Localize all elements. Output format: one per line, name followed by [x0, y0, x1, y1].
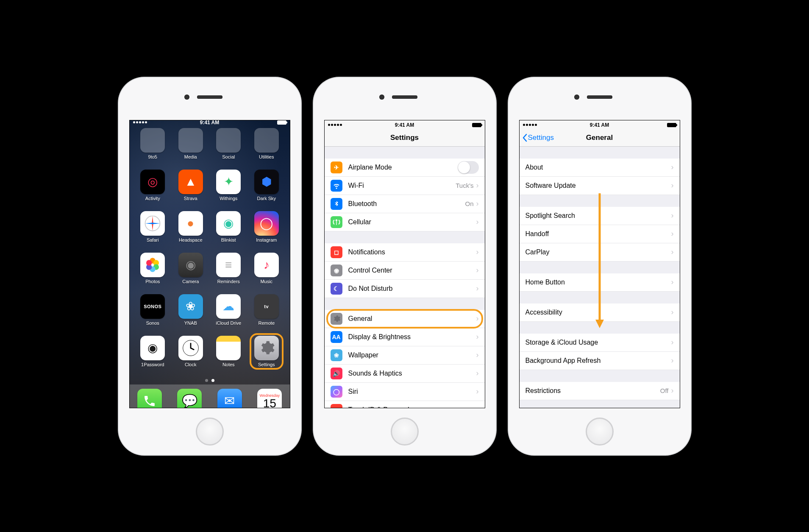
app-label: Activity	[145, 196, 160, 201]
settings-row-control-center[interactable]: ◉Control Center›	[325, 262, 485, 280]
section-gap	[520, 147, 680, 159]
general-row-about[interactable]: About›	[520, 159, 680, 177]
row-label: Cellular	[348, 218, 476, 226]
app-utilities[interactable]: Utilities	[247, 128, 286, 170]
settings-row-notifications[interactable]: ◻Notifications›	[325, 243, 485, 262]
app-photos[interactable]: Photos	[134, 253, 172, 294]
row-label: Display & Brightness	[348, 333, 476, 341]
app-1password[interactable]: ◉1Password	[134, 336, 172, 377]
app-blinkist[interactable]: ◉Blinkist	[210, 211, 248, 253]
chevron-right-icon: ›	[671, 278, 674, 287]
settings-row-airplane-mode[interactable]: ✈Airplane Mode	[325, 159, 485, 177]
app-withings[interactable]: ✦Withings	[210, 170, 248, 211]
remote-icon: tv	[254, 294, 279, 319]
status-time: 9:41 AM	[200, 120, 220, 125]
settings-row-siri[interactable]: ◯Siri›	[325, 383, 485, 401]
dark-sky-icon: ⬢	[254, 170, 279, 194]
general-row-home-button[interactable]: Home Button›	[520, 273, 680, 292]
wallpaper-icon: ❀	[331, 349, 342, 361]
app-music[interactable]: ♪Music	[247, 253, 286, 294]
row-label: About	[525, 164, 671, 171]
settings-row-bluetooth[interactable]: BluetoothOn›	[325, 195, 485, 213]
general-row-carplay[interactable]: CarPlay›	[520, 243, 680, 262]
page-indicator[interactable]	[130, 377, 290, 384]
app-settings[interactable]: Settings	[247, 336, 286, 377]
status-time: 9:41 AM	[395, 122, 414, 128]
do-not-disturb-icon: ☾	[331, 283, 342, 295]
row-label: Airplane Mode	[348, 164, 458, 171]
app-reminders[interactable]: ≡Reminders	[210, 253, 248, 294]
row-value: Tuck's	[456, 182, 473, 189]
row-label: Software Update	[525, 182, 671, 189]
app-safari[interactable]: Safari	[134, 211, 172, 253]
settings-row-display-brightness[interactable]: AADisplay & Brightness›	[325, 328, 485, 346]
settings-list[interactable]: ✈Airplane ModeWi-FiTuck's›BluetoothOn›Ce…	[325, 147, 485, 408]
settings-row-general[interactable]: General›	[325, 310, 485, 328]
app-sonos[interactable]: SONOSSonos	[134, 294, 172, 336]
app-dark-sky[interactable]: ⬢Dark Sky	[247, 170, 286, 211]
home-button[interactable]	[391, 418, 419, 446]
back-button[interactable]: Settings	[522, 130, 554, 146]
app-label: Dark Sky	[257, 196, 276, 201]
general-row-storage-icloud-usage[interactable]: Storage & iCloud Usage›	[520, 334, 680, 352]
settings-row-wi-fi[interactable]: Wi-FiTuck's›	[325, 177, 485, 195]
app-instagram[interactable]: ◯Instagram	[247, 211, 286, 253]
settings-row-sounds-haptics[interactable]: 🔊Sounds & Haptics›	[325, 365, 485, 383]
general-list[interactable]: About›Software Update›Spotlight Search›H…	[520, 147, 680, 408]
dock-app-calendar[interactable]: Wednesday15Calendar	[250, 389, 290, 408]
phone-icon	[137, 389, 162, 408]
settings-row-touch-id-passcode[interactable]: Touch ID & Passcode›	[325, 401, 485, 408]
app-ynab[interactable]: ❀YNAB	[172, 294, 210, 336]
battery-icon	[667, 123, 676, 127]
app-9to5[interactable]: 9to5	[134, 128, 172, 170]
general-row-spotlight-search[interactable]: Spotlight Search›	[520, 207, 680, 225]
nav-title: General	[586, 134, 613, 142]
activity-icon: ◎	[140, 170, 165, 194]
status-time: 9:41 AM	[590, 122, 609, 128]
app-camera[interactable]: ◉Camera	[172, 253, 210, 294]
chevron-right-icon: ›	[476, 369, 479, 378]
section-gap	[325, 147, 485, 159]
home-screen[interactable]: 9:41 AM 9to5MediaSocialUtilities◎Activit…	[130, 120, 290, 408]
social-icon	[216, 128, 241, 153]
home-button[interactable]	[196, 418, 224, 446]
chevron-right-icon: ›	[476, 248, 479, 256]
toggle[interactable]	[458, 161, 479, 174]
row-label: Home Button	[525, 279, 671, 286]
general-row-background-app-refresh[interactable]: Background App Refresh›	[520, 352, 680, 370]
phone-screen-1: 9:41 AM 9to5MediaSocialUtilities◎Activit…	[129, 120, 290, 408]
app-media[interactable]: Media	[172, 128, 210, 170]
app-strava[interactable]: ▲Strava	[172, 170, 210, 211]
display-brightness-icon: AA	[331, 331, 342, 343]
row-label: Sounds & Haptics	[348, 370, 476, 377]
app-remote[interactable]: tvRemote	[247, 294, 286, 336]
settings-row-wallpaper[interactable]: ❀Wallpaper›	[325, 346, 485, 365]
app-icloud-drive[interactable]: ☁iCloud Drive	[210, 294, 248, 336]
home-button[interactable]	[586, 418, 614, 446]
row-label: General	[348, 315, 476, 323]
row-value: Off	[660, 387, 669, 394]
app-clock[interactable]: Clock	[172, 336, 210, 377]
notifications-icon: ◻	[331, 246, 342, 258]
app-activity[interactable]: ◎Activity	[134, 170, 172, 211]
general-row-accessibility[interactable]: Accessibility›	[520, 304, 680, 322]
status-bar: 9:41 AM	[325, 120, 485, 130]
app-label: Sonos	[146, 320, 159, 326]
row-label: Do Not Disturb	[348, 285, 476, 292]
app-headspace[interactable]: ●Headspace	[172, 211, 210, 253]
dock-app-mail[interactable]: ✉Mail	[210, 389, 250, 408]
settings-row-cellular[interactable]: Cellular›	[325, 213, 485, 231]
dock-app-messages[interactable]: 💬Messages	[170, 389, 210, 408]
app-notes[interactable]: Notes	[210, 336, 248, 377]
app-label: 9to5	[148, 154, 157, 159]
app-social[interactable]: Social	[210, 128, 248, 170]
settings-row-do-not-disturb[interactable]: ☾Do Not Disturb›	[325, 280, 485, 298]
general-row-restrictions[interactable]: RestrictionsOff›	[520, 382, 680, 400]
icloud-drive-icon: ☁	[216, 294, 241, 319]
general-row-handoff[interactable]: Handoff›	[520, 225, 680, 243]
signal-icon	[133, 121, 147, 123]
dock-app-phone[interactable]: Phone	[130, 389, 170, 408]
status-bar: 9:41 AM	[130, 120, 290, 125]
general-screen: 9:41 AM Settings General	[520, 120, 680, 408]
general-row-software-update[interactable]: Software Update›	[520, 177, 680, 195]
